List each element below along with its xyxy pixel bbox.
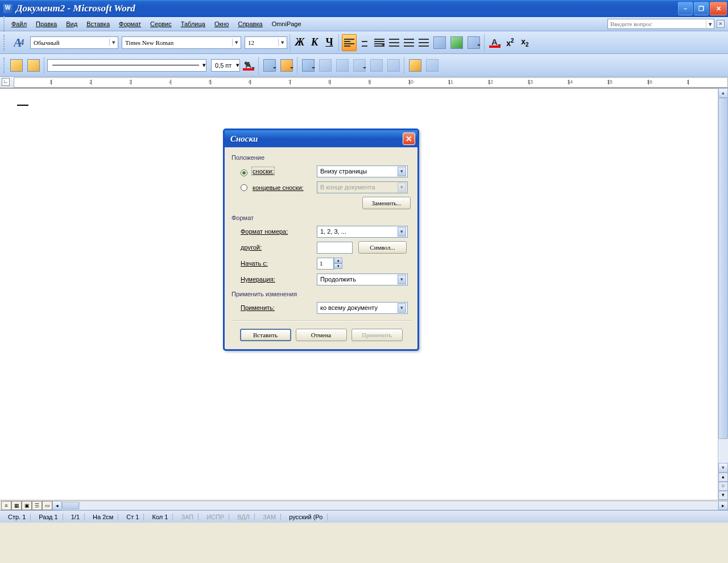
align-center-button[interactable] — [358, 34, 371, 51]
menu-help[interactable]: Справка — [234, 19, 266, 29]
decrease-indent-button[interactable] — [417, 34, 431, 51]
footnotes-radio-label[interactable]: сноски: — [253, 168, 274, 175]
h-scroll-thumb[interactable] — [62, 502, 79, 510]
tab-selector[interactable]: ∟ — [2, 78, 10, 86]
scroll-right-button[interactable]: ▸ — [718, 501, 728, 510]
normal-view-button[interactable]: ≡ — [1, 501, 11, 510]
autoformat-button[interactable] — [407, 57, 423, 74]
draw-table-button[interactable] — [9, 57, 24, 74]
dropdown-icon[interactable]: ▾ — [706, 20, 714, 28]
menu-file[interactable]: Файл — [7, 19, 31, 29]
next-page-button[interactable]: ▾ — [718, 491, 728, 500]
font-color-button[interactable] — [487, 34, 502, 51]
apply-button[interactable]: Применить — [351, 329, 403, 341]
borders-button[interactable] — [466, 34, 482, 51]
eraser-button[interactable] — [26, 57, 42, 74]
shading-color-button[interactable] — [279, 57, 295, 74]
scroll-left-button[interactable]: ◂ — [52, 501, 62, 510]
status-language[interactable]: русский (Ро — [284, 514, 328, 520]
insert-table-button[interactable] — [432, 34, 448, 51]
status-ovr[interactable]: ЗАМ — [258, 514, 281, 520]
style-combo[interactable]: Обычный ▾ — [30, 36, 118, 49]
superscript-button[interactable]: x2 — [503, 34, 517, 51]
status-trk[interactable]: ИСПР — [202, 514, 229, 520]
merge-cells-button[interactable] — [317, 57, 333, 74]
status-ext[interactable]: ВДЛ — [233, 514, 255, 520]
dialog-close-button[interactable]: ✕ — [403, 133, 415, 145]
line-spacing-button[interactable] — [373, 34, 386, 51]
minimize-button[interactable]: – — [678, 2, 693, 15]
vertical-scrollbar[interactable]: ▴ ▾ ▴ ○ ▾ — [718, 88, 728, 500]
distribute-cols-button[interactable] — [386, 57, 402, 74]
font-size-combo[interactable]: 12 ▾ — [245, 36, 287, 49]
help-search-combo[interactable]: ▾ — [607, 19, 714, 29]
styles-button[interactable]: A 4 — [9, 34, 29, 51]
align-left-button[interactable] — [342, 34, 357, 51]
status-pages[interactable]: 1/1 — [67, 514, 85, 520]
menu-window[interactable]: Окно — [210, 19, 233, 29]
dropdown-icon[interactable]: ▾ — [232, 39, 241, 46]
h-scroll-track[interactable] — [79, 501, 718, 510]
spin-down-button[interactable]: ▾ — [334, 263, 342, 269]
insert-button[interactable]: Вставить — [240, 329, 291, 341]
dropdown-icon[interactable]: ▾ — [398, 303, 406, 313]
toolbar-grip[interactable] — [3, 35, 6, 51]
toolbar-grip[interactable] — [3, 16, 6, 32]
prev-page-button[interactable]: ▴ — [718, 473, 728, 482]
border-color-button[interactable]: ✎ — [241, 57, 256, 74]
replace-button[interactable]: Заменить... — [362, 197, 411, 209]
distribute-rows-button[interactable] — [369, 57, 384, 74]
bulleted-list-button[interactable] — [402, 34, 416, 51]
menu-service[interactable]: Сервис — [146, 19, 176, 29]
print-view-button[interactable]: ▣ — [22, 501, 32, 510]
dropdown-icon[interactable]: ▾ — [398, 167, 406, 176]
split-cells-button[interactable] — [334, 57, 350, 74]
status-position[interactable]: На 2см — [88, 514, 118, 520]
align-cells-button[interactable] — [351, 57, 367, 74]
status-page[interactable]: Стр. 1 — [3, 514, 31, 520]
custom-mark-input[interactable] — [317, 242, 353, 254]
dropdown-icon[interactable]: ▾ — [109, 39, 118, 46]
scroll-track[interactable] — [718, 98, 728, 463]
dropdown-icon[interactable]: ▾ — [398, 275, 406, 284]
scroll-down-button[interactable]: ▾ — [718, 463, 728, 473]
dropdown-icon[interactable]: ▾ — [236, 61, 239, 69]
excel-button[interactable] — [449, 34, 465, 51]
scroll-thumb[interactable] — [718, 98, 728, 439]
reading-view-button[interactable]: ▭ — [42, 501, 52, 510]
close-button[interactable]: ✕ — [710, 2, 727, 15]
numbering-select[interactable]: Продолжить ▾ — [317, 274, 408, 285]
status-rec[interactable]: ЗАП — [176, 514, 198, 520]
cancel-button[interactable]: Отмена — [296, 329, 347, 341]
dropdown-icon[interactable]: ▾ — [278, 39, 287, 46]
endnotes-radio[interactable] — [241, 184, 247, 191]
dialog-titlebar[interactable]: Сноски ✕ — [225, 130, 417, 147]
toolbar-grip[interactable] — [3, 57, 6, 73]
web-view-button[interactable]: ▦ — [11, 501, 22, 510]
footnotes-position-select[interactable]: Внизу страницы ▾ — [317, 165, 408, 177]
number-format-select[interactable]: 1, 2, 3, ... ▾ — [317, 226, 408, 238]
font-combo[interactable]: Times New Roman ▾ — [122, 36, 241, 49]
horizontal-ruler[interactable]: ∟ 123456789101112131415161 — [0, 77, 728, 88]
dropdown-icon[interactable]: ▾ — [398, 227, 406, 237]
menu-view[interactable]: Вид — [62, 19, 81, 29]
underline-button[interactable]: Ч — [322, 34, 336, 51]
close-doc-button[interactable]: ✕ — [717, 20, 725, 28]
spin-up-button[interactable]: ▴ — [334, 258, 342, 263]
outline-view-button[interactable]: ☰ — [32, 501, 42, 510]
subscript-button[interactable]: x2 — [518, 34, 532, 51]
menu-insert[interactable]: Вставка — [82, 19, 114, 29]
numbered-list-button[interactable] — [387, 34, 401, 51]
menu-edit[interactable]: Правка — [32, 19, 61, 29]
status-section[interactable]: Разд 1 — [34, 514, 63, 520]
sort-button[interactable] — [424, 57, 440, 74]
menu-table[interactable]: Таблица — [177, 19, 209, 29]
menu-omnipage[interactable]: OmniPage — [268, 19, 305, 29]
status-line[interactable]: Ст 1 — [122, 514, 144, 520]
bold-button[interactable]: Ж — [293, 34, 307, 51]
help-search-input[interactable] — [608, 20, 706, 27]
start-at-spinner[interactable]: ▴ ▾ — [317, 258, 342, 270]
menu-format[interactable]: Формат — [115, 19, 145, 29]
browse-object-button[interactable]: ○ — [718, 482, 728, 491]
horizontal-scrollbar[interactable]: ◂ ▸ — [52, 501, 728, 510]
